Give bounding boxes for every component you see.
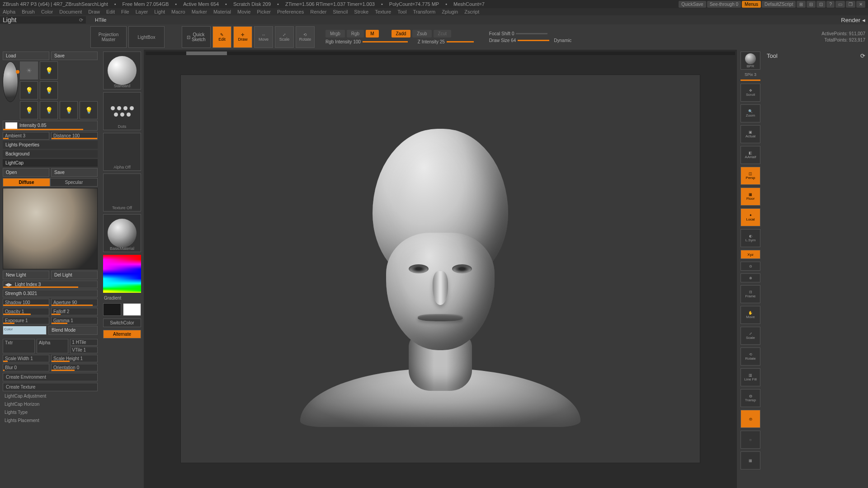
minimize-button[interactable]: ▭: [835, 1, 845, 8]
menu-tool[interactable]: Tool: [397, 9, 406, 14]
edit-mode-button[interactable]: ✎Edit: [212, 26, 231, 48]
menu-document[interactable]: Document: [59, 9, 82, 14]
dynamic-label[interactable]: Dynamic: [554, 38, 571, 43]
seethrough-slider[interactable]: See-through 0: [707, 1, 741, 8]
lsym-button[interactable]: ◐L.Sym: [741, 229, 760, 247]
menu-layer[interactable]: Layer: [136, 9, 148, 14]
rotate-view-button[interactable]: ⟲Rotate: [741, 347, 760, 366]
menu-picker[interactable]: Picker: [257, 9, 271, 14]
collapse-icon[interactable]: ◂: [862, 17, 865, 23]
scale-width-slider[interactable]: Scale Width 1: [3, 355, 49, 362]
create-environment-button[interactable]: Create Environment: [3, 373, 98, 381]
lightcap-preview[interactable]: [3, 188, 98, 269]
tool-refresh-icon[interactable]: ⟳: [860, 52, 865, 59]
light-slot-6[interactable]: 💡: [40, 101, 58, 119]
layout-a-button[interactable]: ⊞: [797, 1, 806, 8]
blur-slider[interactable]: Blur 0: [3, 364, 49, 371]
ambient-slider[interactable]: Ambient 3: [3, 132, 49, 140]
render-label[interactable]: Render: [841, 17, 860, 23]
secondary-color-swatch[interactable]: [123, 303, 141, 316]
color-picker[interactable]: [103, 255, 141, 293]
move-view-button[interactable]: ✋Move: [741, 306, 760, 324]
light-slot-2[interactable]: 💡: [40, 61, 58, 80]
diffuse-tab[interactable]: Diffuse: [3, 178, 50, 187]
pivot-y[interactable]: ⊙: [741, 262, 760, 271]
restore-button[interactable]: ❐: [846, 1, 855, 8]
sculpt-mesh[interactable]: [300, 129, 580, 409]
main-color-swatch[interactable]: [103, 303, 121, 316]
light-slot-1[interactable]: ☀: [20, 61, 38, 80]
aahalf-button[interactable]: ◧AAHalf: [741, 146, 760, 164]
light-slot-7[interactable]: 💡: [60, 101, 78, 119]
persp-button[interactable]: ◫Persp: [741, 167, 760, 185]
m-button[interactable]: M: [366, 30, 378, 38]
layout-b-button[interactable]: ⊟: [807, 1, 816, 8]
z-intensity-slider[interactable]: Z Intensity 25: [418, 39, 445, 44]
stroke-thumb[interactable]: Dots: [103, 92, 141, 130]
menu-file[interactable]: File: [121, 9, 129, 14]
focal-shift-slider[interactable]: Focal Shift 0: [489, 31, 514, 36]
projection-master-button[interactable]: Projection Master: [90, 26, 127, 48]
light-color-well[interactable]: Color: [3, 326, 47, 335]
quick-sketch-button[interactable]: ⊡ Quick Sketch: [182, 26, 211, 48]
light-slot-5[interactable]: 💡: [20, 101, 38, 119]
menu-color[interactable]: Color: [41, 9, 53, 14]
lightcap-header[interactable]: LightCap: [3, 159, 98, 167]
light-index-slider[interactable]: ◀▶Light Index 3: [3, 281, 98, 288]
exposure-slider[interactable]: Exposure 1: [3, 317, 49, 324]
document[interactable]: [180, 75, 700, 463]
default-script-button[interactable]: DefaultZScript: [762, 1, 796, 8]
vtile-slider[interactable]: VTile 1: [70, 347, 98, 353]
light-slot-3[interactable]: 💡: [20, 81, 38, 99]
linefill-button[interactable]: ▥Line Fill: [741, 368, 760, 386]
light-slot-4[interactable]: 💡: [40, 81, 58, 99]
switch-color-button[interactable]: SwitchColor: [103, 319, 141, 327]
background-header[interactable]: Background: [3, 150, 98, 158]
alpha-button[interactable]: Alpha: [37, 339, 69, 353]
mrgb-button[interactable]: Mrgb: [326, 30, 345, 38]
menu-zplugin[interactable]: Zplugin: [442, 9, 458, 14]
menu-transform[interactable]: Transform: [413, 9, 435, 14]
gamma-slider[interactable]: Gamma 1: [51, 317, 98, 324]
ghost-button[interactable]: ◎: [741, 410, 760, 428]
light-slot-8[interactable]: 💡: [80, 101, 98, 119]
lights-type-header[interactable]: Lights Type: [3, 409, 98, 416]
refresh-icon[interactable]: ⟳: [79, 17, 83, 23]
zcut-button[interactable]: Zcut: [434, 30, 451, 38]
save-lightcap-button[interactable]: Save: [51, 168, 98, 177]
brush-thumb[interactable]: Standard: [103, 52, 141, 89]
txtr-button[interactable]: Txtr: [3, 339, 35, 353]
save-button[interactable]: Save: [51, 52, 98, 60]
zoom-button[interactable]: 🔍Zoom: [741, 104, 760, 122]
menu-stroke[interactable]: Stroke: [354, 9, 368, 14]
falloff-slider[interactable]: Falloff 2: [51, 308, 98, 315]
frame-button[interactable]: ⊡Frame: [741, 285, 760, 303]
create-texture-button[interactable]: Create Texture: [3, 383, 98, 391]
menu-stencil[interactable]: Stencil: [333, 9, 348, 14]
htile-slider[interactable]: 1 HTile: [70, 339, 98, 346]
transp-button[interactable]: ◍Transp: [741, 389, 760, 407]
menu-alpha[interactable]: Alpha: [3, 9, 15, 14]
del-light-button[interactable]: Del Light: [51, 271, 98, 279]
pframe-button[interactable]: ▦: [741, 451, 760, 469]
scroll-button[interactable]: ✥Scroll: [741, 84, 760, 102]
lights-placement-header[interactable]: Lights Placement: [3, 417, 98, 424]
lightcap-horizon-header[interactable]: LightCap Horizon: [3, 401, 98, 408]
local-button[interactable]: ✦Local: [741, 208, 760, 226]
help-button[interactable]: ?: [826, 1, 835, 8]
menu-preferences[interactable]: Preferences: [277, 9, 304, 14]
bpr-button[interactable]: BPR: [741, 52, 760, 70]
load-button[interactable]: Load: [3, 52, 49, 60]
rgb-intensity-slider[interactable]: Rgb Intensity 100: [326, 39, 361, 44]
menus-button[interactable]: Menus: [742, 1, 761, 8]
menu-movie[interactable]: Movie: [237, 9, 250, 14]
open-button[interactable]: Open: [3, 168, 49, 177]
pivot-z[interactable]: ⊕: [741, 273, 760, 282]
blend-mode-button[interactable]: Blend Mode: [48, 326, 98, 335]
menu-zscript[interactable]: Zscript: [464, 9, 479, 14]
xyz-button[interactable]: Xyz: [741, 250, 760, 259]
opacity-slider[interactable]: Opacity 1: [3, 308, 49, 315]
draw-size-slider[interactable]: Draw Size 64: [489, 38, 516, 43]
zadd-button[interactable]: Zadd: [392, 30, 411, 38]
menu-marker[interactable]: Marker: [192, 9, 207, 14]
